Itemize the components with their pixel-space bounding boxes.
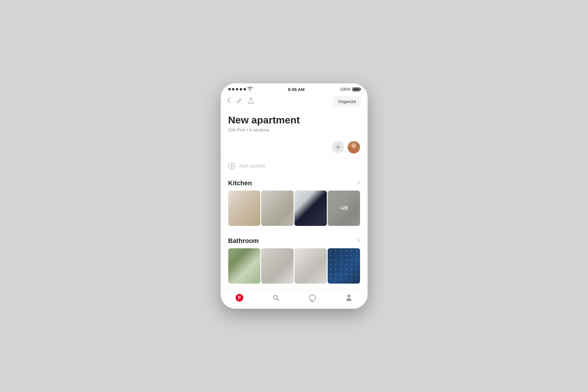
phone-frame: 8:08 AM 100% [221, 83, 368, 309]
more-count-label: +28 [340, 206, 348, 211]
share-button[interactable] [248, 97, 254, 105]
edit-button[interactable] [236, 98, 242, 105]
bathroom-section: Bathroom [221, 232, 367, 290]
kitchen-section-title: Kitchen [228, 179, 252, 187]
bathroom-image-2[interactable] [261, 248, 294, 284]
kitchen-image-3-bg [294, 191, 327, 226]
organize-button[interactable]: Organize [333, 97, 361, 106]
signal-dot-1 [228, 88, 231, 90]
signal-area [228, 87, 253, 92]
avatar[interactable] [348, 141, 360, 153]
battery-area: 100% [340, 87, 360, 92]
back-button[interactable] [227, 97, 231, 105]
battery-percent: 100% [340, 87, 351, 92]
bathroom-image-2-bg [261, 248, 294, 284]
bathroom-image-4-bg [328, 248, 360, 284]
battery-fill [353, 88, 359, 90]
nav-bar: Organize [221, 94, 367, 110]
nav-item-messages[interactable] [294, 293, 331, 303]
kitchen-image-1-bg [228, 191, 261, 226]
kitchen-image-4-more[interactable]: +28 [328, 191, 360, 226]
search-icon [272, 294, 279, 301]
add-section-row[interactable]: Add section [221, 158, 367, 174]
bathroom-section-title: Bathroom [228, 237, 259, 245]
bathroom-image-4[interactable] [328, 248, 360, 284]
bathroom-chevron-icon [357, 238, 360, 244]
add-section-icon [228, 163, 235, 170]
kitchen-image-3[interactable] [294, 191, 327, 226]
signal-dot-2 [232, 88, 234, 90]
nav-item-home[interactable]: P [221, 293, 258, 303]
kitchen-section: Kitchen [221, 175, 367, 232]
bathroom-image-grid [221, 248, 367, 290]
add-pin-button[interactable] [332, 141, 344, 153]
board-title: New apartment [228, 115, 360, 125]
kitchen-section-header[interactable]: Kitchen [221, 175, 367, 191]
signal-dot-3 [236, 88, 238, 90]
signal-dot-4 [240, 88, 242, 90]
home-icon: P [236, 294, 243, 302]
wifi-icon [247, 87, 253, 92]
more-overlay: +28 [328, 191, 360, 226]
kitchen-image-grid: +28 [221, 191, 367, 232]
battery-icon [352, 87, 360, 91]
nav-item-search[interactable] [258, 293, 294, 303]
bathroom-image-1[interactable] [228, 248, 261, 284]
bottom-nav: P [221, 290, 367, 309]
person-head [347, 295, 350, 297]
nav-item-profile[interactable] [331, 293, 367, 303]
board-meta: 106 Pins • 4 sections [228, 127, 360, 132]
svg-line-1 [277, 299, 279, 301]
kitchen-image-2-bg [261, 191, 294, 226]
signal-dot-5 [244, 88, 246, 90]
kitchen-image-2[interactable] [261, 191, 294, 226]
messages-icon [309, 295, 316, 301]
avatar-image [348, 141, 360, 153]
bathroom-image-3-bg [294, 248, 327, 284]
action-row [221, 138, 367, 158]
board-content: New apartment 106 Pins • 4 sections [221, 110, 367, 132]
bathroom-image-3[interactable] [294, 248, 327, 284]
bathroom-section-header[interactable]: Bathroom [221, 232, 367, 248]
profile-icon [346, 295, 352, 301]
phone-screen: 8:08 AM 100% [221, 83, 367, 309]
bathroom-image-1-bg [228, 248, 261, 284]
nav-left-actions [227, 97, 254, 105]
kitchen-chevron-icon [357, 180, 360, 186]
kitchen-image-1[interactable] [228, 191, 261, 226]
person-body [346, 298, 352, 301]
add-section-label: Add section [239, 163, 265, 169]
status-time: 8:08 AM [288, 87, 305, 92]
status-bar: 8:08 AM 100% [221, 83, 367, 94]
